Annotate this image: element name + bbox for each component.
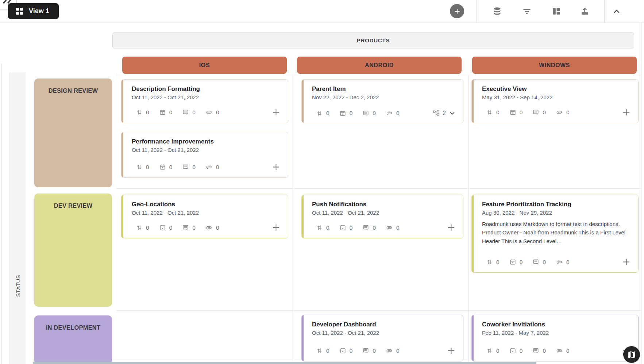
view-selector-button[interactable]: View 1 (8, 3, 59, 19)
sub-items-icon (433, 110, 440, 117)
calendar-icon (159, 109, 166, 116)
comments-count: 0 (362, 347, 376, 354)
card-add-button[interactable] (447, 346, 456, 355)
attachments-count: 0 (205, 164, 219, 171)
card-parent-item[interactable]: Parent Item Nov 22, 2022 - Dec 2, 2022 0… (301, 79, 463, 123)
links-count: 0 (136, 224, 149, 231)
card-title: Developer Dashboard (312, 321, 456, 329)
milestones-count: 0 (509, 109, 523, 116)
comment-icon (362, 224, 369, 231)
row-axis-label: STATUS (15, 275, 21, 297)
row-divider (116, 310, 641, 311)
attachments-count: 0 (205, 109, 219, 116)
column-divider (468, 75, 469, 364)
card-developer-dashboard[interactable]: Developer Dashboard Oct 11, 2022 - Oct 2… (301, 315, 463, 361)
data-source-button[interactable] (490, 4, 504, 19)
toolbar-divider (477, 0, 477, 23)
swimlane-layout-icon (552, 7, 561, 16)
card-add-button[interactable] (271, 162, 281, 172)
calendar-icon (339, 110, 346, 117)
attachments-count: 0 (556, 258, 570, 266)
map-view-button[interactable] (623, 346, 640, 363)
links-count: 0 (136, 164, 149, 170)
card-coworker-invitiations[interactable]: Coworker Invitiations Feb 11, 2022 - May… (471, 315, 639, 361)
comments-count: 0 (532, 109, 546, 116)
card-push-notifications[interactable]: Push Notifications Oct 11, 2022 - Oct 21… (301, 195, 463, 238)
card-add-button[interactable] (622, 108, 631, 117)
comments-count: 0 (182, 109, 196, 116)
attachments-count: 0 (556, 347, 570, 355)
card-add-button[interactable] (271, 108, 281, 117)
links-icon (136, 164, 143, 170)
column-group-header[interactable]: PRODUCTS (112, 32, 634, 49)
horizontal-scrollbar[interactable] (33, 362, 536, 364)
links-icon (136, 109, 143, 116)
layout-button[interactable] (549, 4, 564, 19)
card-dates: Oct 11, 2022 - Oct 21, 2022 (132, 147, 281, 153)
links-count: 0 (486, 347, 500, 354)
links-icon (316, 110, 323, 117)
left-edge-divider (1, 64, 2, 364)
links-count: 0 (486, 258, 500, 265)
calendar-icon (339, 347, 346, 354)
comments-count: 0 (532, 347, 546, 354)
column-header-android[interactable]: ANDROID (297, 57, 462, 74)
card-dates: Oct 11, 2022 - Oct 21, 2022 (132, 210, 281, 216)
card-description-formatting[interactable]: Description Formatting Oct 11, 2022 - Oc… (121, 79, 288, 123)
row-header-in-development[interactable]: IN DEVELOPMENT (34, 315, 112, 364)
calendar-icon (159, 224, 166, 231)
links-icon (486, 347, 493, 354)
vertical-scrollbar[interactable] (641, 23, 641, 364)
comment-icon (362, 110, 369, 117)
card-dates: Oct 11, 2022 - Oct 21, 2022 (312, 330, 456, 336)
row-divider (116, 75, 641, 75)
milestones-count: 0 (159, 164, 173, 170)
grid-view-icon (16, 8, 23, 15)
card-dates: Nov 22, 2022 - Dec 2, 2022 (312, 94, 456, 100)
comment-icon (182, 224, 189, 231)
card-performance-improvements[interactable]: Performance Improvements Oct 11, 2022 - … (121, 132, 288, 178)
export-button[interactable] (577, 4, 592, 19)
map-icon (627, 350, 636, 359)
card-geo-locations[interactable]: Geo-Locations Oct 11, 2022 - Oct 21, 202… (121, 195, 288, 238)
comment-icon (362, 347, 369, 354)
links-count: 0 (486, 109, 500, 116)
plus-icon (454, 8, 461, 15)
card-executive-view[interactable]: Executive View May 31, 2022 - Sep 14, 20… (471, 79, 639, 123)
add-item-button[interactable] (450, 4, 464, 18)
view-selector-label: View 1 (29, 7, 49, 15)
card-title: Performance Improvements (132, 138, 281, 146)
card-add-button[interactable] (622, 257, 631, 267)
milestones-count: 0 (339, 347, 353, 354)
paperclip-icon (205, 109, 213, 116)
row-header-dev-review[interactable]: DEV REVIEW (34, 194, 112, 307)
paperclip-icon (556, 347, 563, 355)
plus-icon (447, 223, 456, 232)
comments-count: 0 (362, 224, 376, 231)
links-icon (486, 109, 493, 116)
attachments-count: 0 (386, 224, 400, 231)
chevron-up-icon (612, 7, 621, 16)
row-header-design-review[interactable]: DESIGN REVIEW (34, 78, 112, 187)
filter-button[interactable] (520, 4, 534, 19)
card-add-button[interactable] (447, 223, 456, 232)
links-count: 0 (316, 224, 329, 231)
row-divider (116, 188, 641, 189)
top-toolbar: View 1 (0, 0, 644, 23)
card-feature-prioritization-tracking[interactable]: Feature Prioritization Tracking Aug 30, … (471, 195, 639, 273)
paperclip-icon (205, 164, 213, 171)
collapse-toolbar-button[interactable] (609, 4, 624, 19)
card-title: Geo-Locations (132, 200, 281, 208)
calendar-icon (159, 164, 166, 170)
roadmap-board: PRODUCTS IOS ANDROID WINDOWS STATUS DESI… (0, 23, 644, 364)
comments-count: 0 (182, 164, 196, 170)
calendar-icon (509, 347, 516, 354)
comment-icon (532, 258, 539, 265)
card-add-button[interactable] (271, 223, 281, 232)
column-header-ios[interactable]: IOS (122, 57, 287, 74)
comment-icon (532, 109, 539, 116)
column-header-windows[interactable]: WINDOWS (472, 57, 637, 74)
plus-icon (271, 108, 281, 117)
plus-icon (622, 257, 631, 267)
sub-items-toggle[interactable]: 2 (433, 110, 456, 117)
